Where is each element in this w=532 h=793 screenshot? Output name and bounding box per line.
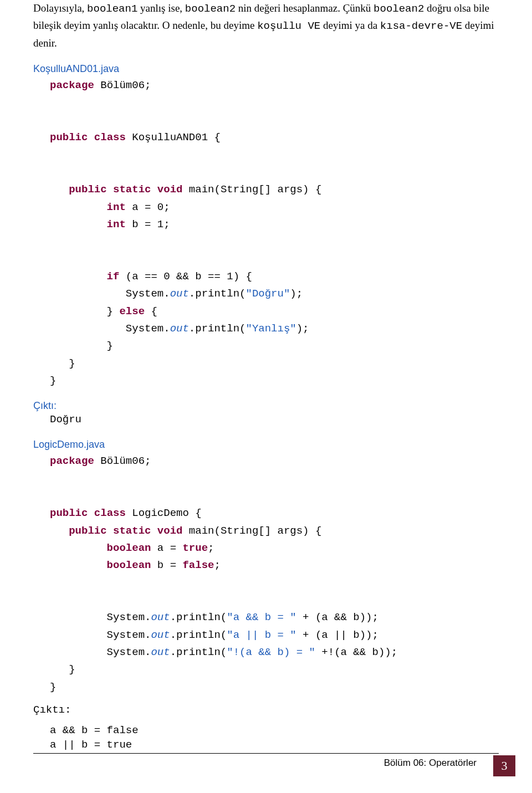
code-text: b = xyxy=(151,559,182,571)
keyword: int xyxy=(50,218,126,231)
code-text: (a == 0 && b == 1) { xyxy=(119,270,252,283)
code-text: KoşulluAND01 { xyxy=(126,131,221,144)
code-text: System. xyxy=(50,646,151,658)
code-text: System. xyxy=(50,629,151,641)
code-text: System. xyxy=(50,611,151,623)
code-text: Bölüm06; xyxy=(94,79,151,91)
code-text: .println( xyxy=(189,323,246,335)
code-text: + (a || b)); xyxy=(296,629,378,641)
code-text xyxy=(88,507,94,519)
output-label-1: Çıktı: xyxy=(33,400,499,412)
code-text: a = xyxy=(151,542,182,554)
page-number: 3 xyxy=(493,755,515,776)
string-literal: "Yanlış" xyxy=(245,323,296,335)
keyword: public xyxy=(50,507,88,519)
code-text: } xyxy=(50,357,75,370)
keyword: if xyxy=(50,270,119,283)
keyword: int xyxy=(50,201,126,213)
code-text: System. xyxy=(50,323,170,335)
code-text: LogicDemo { xyxy=(126,507,202,519)
keyword: false xyxy=(182,559,214,571)
code-text: main(String[] args) { xyxy=(182,183,321,196)
code-text: b = 1; xyxy=(126,218,170,231)
string-literal: "Doğru" xyxy=(245,288,290,300)
code-block-2: package Bölüm06; public class LogicDemo … xyxy=(33,453,499,696)
code-text: } xyxy=(50,681,56,693)
code-text: } xyxy=(50,663,75,676)
code-italic: out xyxy=(151,629,170,641)
code-text: } xyxy=(50,340,113,352)
keyword: void xyxy=(157,183,183,196)
keyword: package xyxy=(50,455,94,467)
text: deyimi ya da xyxy=(320,19,380,31)
code-text: .println( xyxy=(189,288,246,300)
code-italic: out xyxy=(151,611,170,623)
output-line: a || b = true xyxy=(50,738,499,753)
string-literal: "a || b = " xyxy=(227,629,296,641)
keyword: class xyxy=(94,507,126,519)
page-content: Dolayısıyla, boolean1 yanlış ise, boolea… xyxy=(0,0,532,752)
code-text xyxy=(151,183,157,196)
string-literal: "a && b = " xyxy=(227,611,296,623)
file-label-1: KoşulluAND01.java xyxy=(33,63,499,75)
keyword: void xyxy=(157,525,183,537)
output-label-2: Çıktı: xyxy=(33,704,499,716)
keyword: static xyxy=(113,525,151,537)
keyword: boolean xyxy=(50,559,151,571)
keyword: class xyxy=(94,131,126,144)
code-text: +!(a && b)); xyxy=(315,646,397,658)
text: nin değeri hesaplanmaz. Çünkü xyxy=(236,2,374,14)
code-italic: out xyxy=(170,323,189,335)
page-footer: Bölüm 06: Operatörler 3 xyxy=(0,753,532,776)
code-text: ; xyxy=(214,559,220,571)
code-italic: out xyxy=(170,288,189,300)
code-text: ); xyxy=(290,288,303,300)
code-text xyxy=(107,183,113,196)
footer-divider xyxy=(33,753,499,754)
code-text: } xyxy=(50,375,56,387)
code-text: ); xyxy=(296,323,309,335)
code-text xyxy=(151,525,157,537)
code-text: Bölüm06; xyxy=(94,455,151,467)
output-text-1: Doğru xyxy=(33,413,499,427)
keyword: else xyxy=(119,305,145,318)
code-text xyxy=(107,525,113,537)
code-italic: out xyxy=(151,646,170,658)
code-text: .println( xyxy=(170,629,227,641)
keyword: public xyxy=(50,131,88,144)
code-inline: boolean1 xyxy=(87,3,137,15)
keyword: public xyxy=(50,183,107,196)
keyword: true xyxy=(182,542,208,554)
footer-label: Bölüm 06: Operatörler xyxy=(384,758,477,769)
text: yanlış ise, xyxy=(137,2,185,14)
code-block-1: package Bölüm06; public class KoşulluAND… xyxy=(33,77,499,390)
intro-paragraph: Dolayısıyla, boolean1 yanlış ise, boolea… xyxy=(33,0,499,51)
code-text: main(String[] args) { xyxy=(182,525,321,537)
keyword: package xyxy=(50,79,94,91)
file-label-2: LogicDemo.java xyxy=(33,439,499,451)
code-text: a = 0; xyxy=(126,201,170,213)
code-text: System. xyxy=(50,288,170,300)
code-inline: boolean2 xyxy=(374,3,424,15)
code-text: } xyxy=(50,305,119,318)
text: Dolayısıyla, xyxy=(33,2,87,14)
keyword: boolean xyxy=(50,542,151,554)
code-text: { xyxy=(145,305,157,318)
code-inline: koşullu VE xyxy=(257,20,320,32)
code-inline: boolean2 xyxy=(185,3,236,15)
code-text xyxy=(88,131,94,144)
keyword: public xyxy=(50,525,107,537)
string-literal: "!(a && b) = " xyxy=(227,646,315,658)
code-text: .println( xyxy=(170,611,227,623)
code-inline: kısa-devre-VE xyxy=(380,20,462,32)
output-line: a && b = false xyxy=(50,724,499,738)
code-text: + (a && b)); xyxy=(296,611,378,623)
keyword: static xyxy=(113,183,151,196)
code-text: .println( xyxy=(170,646,227,658)
output-text-2: a && b = false a || b = true xyxy=(33,724,499,752)
code-text: ; xyxy=(208,542,214,554)
